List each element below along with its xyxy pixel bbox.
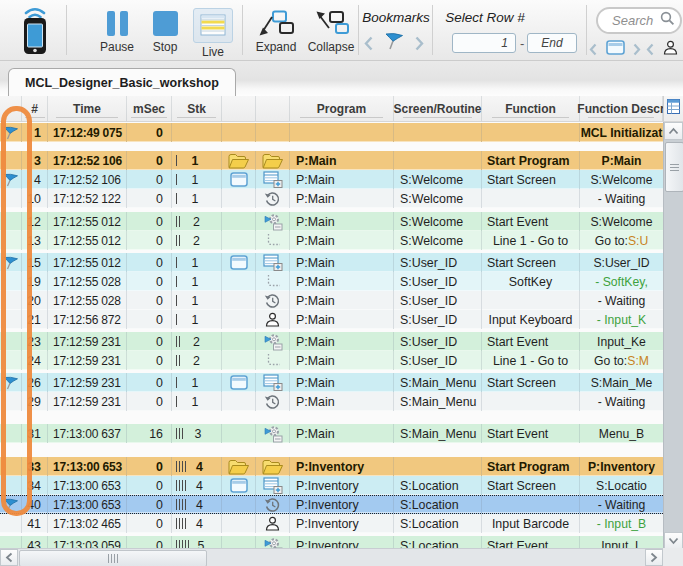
trace-row-20[interactable]: 2017:12:55 02801P:MainS:User_ID- Waiting (0, 291, 663, 310)
bookmark-flag-icon[interactable] (384, 32, 404, 54)
row-from-input[interactable] (452, 33, 516, 53)
col-header-bookmark[interactable] (0, 96, 22, 121)
search-input[interactable] (610, 12, 660, 29)
row-time: 17:12:55 012 (48, 231, 127, 250)
row-function (482, 392, 580, 411)
bookmark-flag-icon[interactable] (0, 253, 22, 272)
row-program: P:Main (290, 424, 394, 443)
row-to-input[interactable] (527, 33, 577, 53)
screen-search-prev-button[interactable] (589, 43, 597, 56)
row-msec: 0 (127, 212, 172, 231)
user-search-prev-button[interactable] (646, 43, 654, 56)
window-icon (222, 373, 256, 392)
bookmark-flag-icon[interactable] (0, 170, 22, 189)
trace-row-33[interactable]: 3317:13:00 65304P:InventoryStart Program… (0, 457, 663, 476)
tab-bar: MCL_Designer_Basic_workshop (0, 61, 683, 96)
tab-mcl-designer-basic-workshop[interactable]: MCL_Designer_Basic_workshop (8, 68, 236, 96)
trace-row-24[interactable]: 2417:12:59 23102P:MainS:User_IDLine 1 - … (0, 351, 663, 370)
bookmark-cell[interactable] (0, 310, 22, 329)
mobile-device-icon[interactable] (12, 4, 58, 61)
bookmark-cell[interactable] (0, 272, 22, 291)
trace-row-3[interactable]: 317:12:52 10601P:MainStart ProgramP:Main (0, 151, 663, 170)
row-function: Start Event (482, 332, 580, 351)
row-number: 40 (22, 496, 48, 513)
live-button[interactable]: Live (188, 8, 238, 59)
bookmark-flag-icon[interactable] (0, 496, 22, 513)
trace-row-31[interactable]: 3117:13:00 637163P:MainS:Main_MenuStart … (0, 424, 663, 443)
bookmark-cell[interactable] (0, 392, 22, 411)
bookmark-prev-button[interactable] (364, 36, 373, 51)
trace-row-40[interactable]: 4017:13:00 65304P:InventoryS:Location- W… (0, 495, 663, 514)
bookmark-cell[interactable] (0, 351, 22, 370)
row-function: SoftKey (482, 272, 580, 291)
trace-row-13[interactable]: 1317:12:55 01202P:MainS:WelcomeLine 1 - … (0, 231, 663, 250)
trace-row-15[interactable]: 1517:12:55 01201P:MainS:User_IDStart Scr… (0, 253, 663, 272)
window-icon (222, 253, 256, 272)
trace-row-10[interactable]: 1017:12:52 12201P:MainS:Welcome- Waiting (0, 189, 663, 208)
bookmark-cell[interactable] (0, 424, 22, 443)
bookmark-cell[interactable] (0, 212, 22, 231)
screen-search-next-button[interactable] (633, 43, 641, 56)
scroll-right-button[interactable] (645, 549, 663, 566)
row-function-description: S:User_ID (580, 253, 663, 272)
trace-row-41[interactable]: 4117:13:02 46504P:InventoryS:LocationInp… (0, 514, 663, 533)
col-header-screen-routine[interactable]: Screen/Routine (394, 96, 482, 121)
stop-button[interactable]: Stop (144, 8, 186, 54)
col-header-num[interactable]: # (22, 96, 48, 121)
col-header-time[interactable]: Time (48, 96, 127, 121)
empty-icon-cell (222, 291, 256, 310)
col-header-stk[interactable]: Stk (172, 96, 222, 121)
row-screen: S:User_ID (394, 291, 482, 310)
scroll-up-button[interactable] (664, 122, 683, 140)
trace-row-34[interactable]: 3417:13:00 65304P:InventoryS:LocationSta… (0, 476, 663, 495)
bookmark-flag-icon[interactable] (0, 123, 22, 142)
trace-row-29[interactable]: 2917:12:59 23101P:MainS:Main_Menu- Waiti… (0, 392, 663, 411)
row-function-description: - SoftKey, (580, 272, 663, 291)
bookmark-cell[interactable] (0, 476, 22, 495)
row-msec: 0 (127, 253, 172, 272)
bookmark-cell[interactable] (0, 189, 22, 208)
collapse-button[interactable]: Collapse (304, 8, 358, 54)
trace-row-4[interactable]: 417:12:52 10601P:MainS:WelcomeStart Scre… (0, 170, 663, 189)
scroll-left-button[interactable] (0, 549, 18, 566)
trace-row-19[interactable]: 1917:12:55 02801P:MainS:User_IDSoftKey- … (0, 272, 663, 291)
bookmark-cell[interactable] (0, 231, 22, 250)
pause-button[interactable]: Pause (94, 8, 140, 54)
bookmark-cell[interactable] (0, 514, 22, 533)
vertical-scrollbar[interactable] (663, 122, 683, 550)
col-header-function[interactable]: Function (482, 96, 580, 121)
row-number: 20 (22, 291, 48, 310)
bookmark-flag-icon[interactable] (0, 373, 22, 392)
expand-button[interactable]: Expand (250, 8, 302, 54)
goto-line-icon (256, 231, 290, 250)
bookmark-cell[interactable] (0, 536, 22, 548)
bookmark-cell[interactable] (0, 332, 22, 351)
search-box[interactable] (596, 7, 682, 34)
trace-row-23[interactable]: 2317:12:59 23102P:MainS:User_IDStart Eve… (0, 332, 663, 351)
trace-row-26[interactable]: 2617:12:59 23101P:MainS:Main_MenuStart S… (0, 373, 663, 392)
trace-row-1[interactable]: 117:12:49 0750MCL Initializat (0, 123, 663, 142)
trace-table-body: 117:12:49 0750MCL Initializat317:12:52 1… (0, 122, 663, 548)
col-header-program[interactable]: Program (290, 96, 394, 121)
row-function-description: - Waiting (580, 392, 663, 411)
bookmark-cell[interactable] (0, 291, 22, 310)
history-icon (256, 392, 290, 411)
horizontal-scrollbar[interactable] (0, 548, 663, 566)
vertical-scroll-thumb[interactable] (665, 142, 683, 192)
column-options-button[interactable] (663, 96, 683, 122)
bookmark-cell[interactable] (0, 151, 22, 170)
col-header-icon2[interactable] (256, 96, 290, 121)
col-header-function-descr[interactable]: Function Descr (580, 96, 663, 121)
trace-row-21[interactable]: 2117:12:56 87201P:MainS:User_IDInput Key… (0, 310, 663, 329)
bookmark-next-button[interactable] (415, 36, 424, 51)
row-function-description: P:Inventory (580, 457, 663, 476)
col-header-msec[interactable]: mSec (127, 96, 172, 121)
trace-row-43[interactable]: 4317:13:03 05905P:InventoryS:LocationSta… (0, 536, 663, 548)
row-number: 31 (22, 424, 48, 443)
row-stack: 2 (172, 212, 222, 231)
trace-row-12[interactable]: 1217:12:55 01202P:MainS:WelcomeStart Eve… (0, 212, 663, 231)
horizontal-scroll-thumb[interactable] (19, 550, 207, 566)
search-icon (660, 11, 675, 30)
bookmark-cell[interactable] (0, 457, 22, 476)
col-header-icon1[interactable] (222, 96, 256, 121)
